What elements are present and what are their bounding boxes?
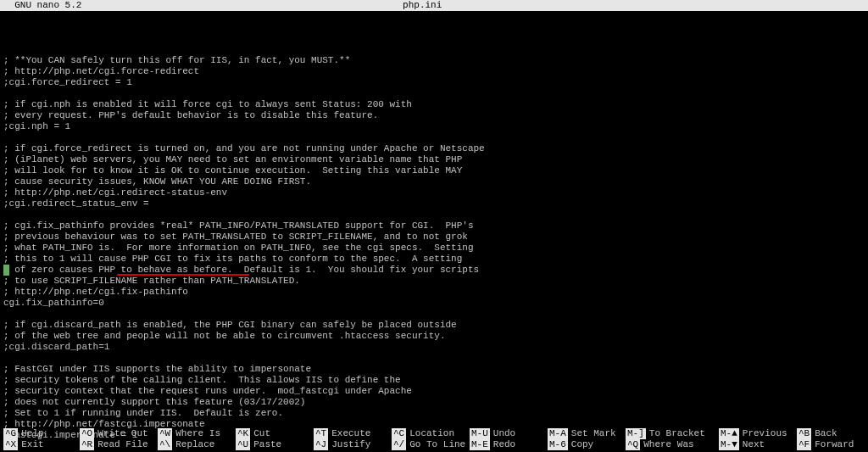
shortcut-key: ^G	[3, 428, 18, 439]
editor-line[interactable]: ; FastCGI under IIS supports the ability…	[3, 364, 865, 375]
shortcut-item[interactable]: ^/Go To Line	[392, 439, 470, 450]
editor-line[interactable]: ; Set to 1 if running under IIS. Default…	[3, 408, 865, 419]
shortcut-item[interactable]: ^OWrite Out	[80, 428, 158, 439]
shortcut-key: M-A	[548, 428, 568, 439]
shortcut-item[interactable]: ^GHelp	[3, 428, 80, 439]
shortcut-key: ^/	[392, 439, 406, 450]
editor-line[interactable]: ;cgi.discard_path=1	[3, 342, 865, 353]
editor-line[interactable]: ; if cgi.discard_path is enabled, the PH…	[3, 320, 865, 331]
shortcut-item[interactable]: ^XExit	[3, 439, 80, 450]
shortcut-label: Paste	[253, 439, 281, 450]
shortcut-label: Where Was	[643, 439, 693, 450]
shortcut-label: Next	[743, 439, 765, 450]
editor-line[interactable]: ; http://php.net/cgi.fix-pathinfo	[3, 287, 865, 298]
shortcut-item[interactable]: M-ASet Mark	[548, 428, 626, 439]
editor-line[interactable]	[3, 309, 865, 320]
shortcut-key: ^B	[797, 428, 811, 439]
editor-line[interactable]: ;cgi.nph = 1	[3, 121, 865, 132]
editor-line[interactable]: ; http://php.net/cgi.force-redirect	[3, 66, 865, 77]
shortcut-key: ^F	[797, 439, 811, 450]
shortcut-key: ^K	[236, 428, 250, 439]
shortcut-key: M-▲	[719, 428, 739, 439]
shortcut-bar: ^GHelp^OWrite Out^WWhere Is^KCut^TExecut…	[0, 428, 868, 452]
editor-line[interactable]	[3, 132, 865, 143]
shortcut-item[interactable]: ^BBack	[797, 428, 856, 439]
shortcut-label: Cut	[253, 428, 270, 439]
shortcut-item[interactable]: ^KCut	[236, 428, 314, 439]
shortcut-label: Exit	[21, 439, 43, 450]
editor-line[interactable]: ; security tokens of the calling client.…	[3, 375, 865, 386]
shortcut-label: Help	[21, 428, 43, 439]
shortcut-label: Copy	[571, 439, 593, 450]
shortcut-label: Back	[815, 428, 837, 439]
editor-line[interactable]: ; every request. PHP's default behavior …	[3, 110, 865, 121]
editor-line[interactable]: ;cgi.force_redirect = 1	[3, 77, 865, 88]
highlight-underline	[117, 274, 249, 276]
shortcut-label: Forward	[815, 439, 854, 450]
shortcut-label: Undo	[493, 428, 515, 439]
shortcut-item[interactable]: M-6Copy	[548, 439, 626, 450]
editor-line[interactable]: ; does not currently support this featur…	[3, 397, 865, 408]
file-name: php.ini	[81, 0, 763, 11]
shortcut-label: Replace	[175, 439, 214, 450]
editor-line[interactable]: ; http://php.net/cgi.redirect-status-env	[3, 187, 865, 198]
editor-line[interactable]: ; if cgi.force_redirect is turned on, an…	[3, 143, 865, 154]
shortcut-key: M-U	[470, 428, 490, 439]
shortcut-key: M-6	[548, 439, 568, 450]
shortcut-label: To Bracket	[649, 428, 705, 439]
editor-line[interactable]: ; will look for to know it is OK to cont…	[3, 165, 865, 176]
shortcut-key: ^Q	[626, 439, 640, 450]
editor-line[interactable]: ; if cgi.nph is enabled it will force cg…	[3, 99, 865, 110]
shortcut-key: M-▼	[719, 439, 739, 450]
editor-line[interactable]	[3, 88, 865, 99]
editor-line[interactable]: ; this to 1 will cause PHP CGI to fix it…	[3, 254, 865, 265]
shortcut-item[interactable]: ^UPaste	[236, 439, 314, 450]
editor-line[interactable]: ; security context that the request runs…	[3, 386, 865, 397]
shortcut-item[interactable]: ^QWhere Was	[626, 439, 719, 450]
editor-line[interactable]	[3, 353, 865, 364]
shortcut-key: ^\	[158, 439, 172, 450]
shortcut-key: ^C	[392, 428, 406, 439]
shortcut-label: Read File	[97, 439, 147, 450]
editor-line[interactable]: ; what PATH_INFO is. For more informatio…	[3, 243, 865, 254]
shortcut-item[interactable]: ^WWhere Is	[158, 428, 236, 439]
shortcut-item[interactable]: M-▼Next	[719, 439, 797, 450]
shortcut-label: Justify	[331, 439, 370, 450]
shortcut-label: Set Mark	[571, 428, 616, 439]
shortcut-label: Go To Line	[409, 439, 465, 450]
shortcut-item[interactable]: ^FForward	[797, 439, 856, 450]
shortcut-label: Execute	[331, 428, 370, 439]
shortcut-key: ^U	[236, 439, 250, 450]
editor-line[interactable]: ; cause security issues, KNOW WHAT YOU A…	[3, 176, 865, 187]
shortcut-item[interactable]: M-▲Previous	[719, 428, 797, 439]
editor-line[interactable]: ; **You CAN safely turn this off for IIS…	[3, 55, 865, 66]
editor-line[interactable]: ; (iPlanet) web servers, you MAY need to…	[3, 154, 865, 165]
editor-line[interactable]	[3, 209, 865, 220]
editor-content[interactable]: ; **You CAN safely turn this off for IIS…	[0, 11, 868, 452]
editor-line[interactable]: ; of the web tree and people will not be…	[3, 331, 865, 342]
shortcut-label: Redo	[493, 439, 515, 450]
shortcut-item[interactable]: ^\Replace	[158, 439, 236, 450]
shortcut-label: Where Is	[175, 428, 220, 439]
shortcut-item[interactable]: ^RRead File	[80, 439, 158, 450]
shortcut-item[interactable]: ^JJustify	[314, 439, 392, 450]
shortcut-key: ^W	[158, 428, 172, 439]
editor-line[interactable]: ; to use SCRIPT_FILENAME rather than PAT…	[3, 276, 865, 287]
shortcut-item[interactable]: ^TExecute	[314, 428, 392, 439]
shortcut-item[interactable]: M-ERedo	[470, 439, 548, 450]
shortcut-label: Write Out	[97, 428, 147, 439]
shortcut-key: ^T	[314, 428, 328, 439]
editor-line[interactable]: ; cgi.fix_pathinfo provides *real* PATH_…	[3, 220, 865, 232]
shortcut-item[interactable]: M-UUndo	[470, 428, 548, 439]
app-name: GNU nano 5.2	[3, 0, 81, 11]
shortcut-key: ^R	[80, 439, 94, 450]
editor-line[interactable]: ; previous behaviour was to set PATH_TRA…	[3, 232, 865, 243]
shortcut-label: Location	[409, 428, 454, 439]
shortcut-label: Previous	[743, 428, 787, 439]
shortcut-key: ^J	[314, 439, 328, 450]
shortcut-item[interactable]: M-]To Bracket	[626, 428, 719, 439]
editor-line[interactable]: ;cgi.redirect_status_env =	[3, 198, 865, 209]
editor-line[interactable]: cgi.fix_pathinfo=0	[3, 298, 865, 309]
text-cursor	[3, 265, 9, 276]
shortcut-item[interactable]: ^CLocation	[392, 428, 470, 439]
